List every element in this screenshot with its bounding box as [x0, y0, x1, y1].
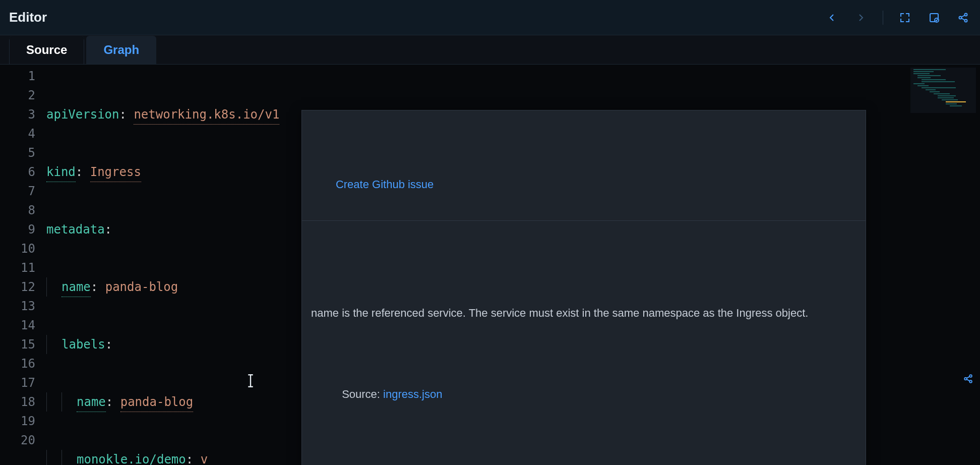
line-number: 9 [0, 220, 35, 239]
line-number: 3 [0, 105, 35, 124]
line-number: 20 [0, 431, 35, 450]
link-glyph-icon[interactable] [963, 373, 974, 387]
code-editor[interactable]: 1234567891011121314151617181920 apiVersi… [0, 65, 980, 465]
titlebar-separator [883, 11, 883, 25]
text-cursor-icon [246, 374, 255, 387]
line-number: 1 [0, 67, 35, 86]
line-number-gutter: 1234567891011121314151617181920 [0, 65, 46, 465]
create-github-issue-link[interactable]: Create Github issue [336, 178, 434, 191]
svg-line-13 [966, 376, 969, 378]
yaml-key: metadata [46, 220, 105, 239]
yaml-key: apiVersion [46, 105, 119, 124]
expand-icon[interactable] [897, 10, 912, 25]
yaml-key: kind [46, 162, 76, 182]
nav-back-icon[interactable] [824, 10, 839, 25]
editor-tabs: Source Graph [0, 35, 980, 65]
yaml-key: name [62, 277, 91, 297]
hover-diagnostic-popup: Create Github issue name is the referenc… [301, 110, 866, 465]
yaml-value: Ingress [90, 162, 141, 182]
yaml-value: v [201, 450, 208, 465]
editor-title: Editor [9, 10, 47, 25]
yaml-key: labels [62, 335, 105, 354]
yaml-value: panda-blog [105, 277, 178, 297]
svg-line-6 [961, 18, 965, 20]
code-area[interactable]: apiVersion: networking.k8s.io/v1 kind: I… [46, 65, 954, 465]
titlebar-actions [824, 10, 971, 25]
tab-graph[interactable]: Graph [86, 36, 156, 64]
hover-source-label: Source: [342, 388, 383, 400]
line-number: 2 [0, 86, 35, 105]
line-number: 17 [0, 373, 35, 392]
line-number: 16 [0, 354, 35, 373]
line-number: 18 [0, 392, 35, 412]
line-number: 5 [0, 143, 35, 162]
line-number: 6 [0, 162, 35, 182]
hover-description: name is the referenced service. The serv… [302, 259, 866, 465]
line-number: 13 [0, 297, 35, 316]
line-number: 4 [0, 124, 35, 143]
line-number: 11 [0, 258, 35, 277]
titlebar: Editor [0, 0, 980, 35]
hover-source-link[interactable]: ingress.json [383, 388, 442, 400]
line-number: 12 [0, 277, 35, 297]
nav-forward-icon[interactable] [853, 10, 869, 25]
yaml-key: monokle.io/demo [77, 450, 186, 466]
right-glyph-margin [954, 65, 980, 465]
svg-line-5 [961, 15, 965, 17]
save-icon[interactable] [927, 10, 942, 25]
hover-description-text: name is the referenced service. The serv… [311, 305, 856, 321]
yaml-key: name [77, 392, 106, 412]
svg-line-14 [966, 379, 969, 381]
line-number: 15 [0, 335, 35, 354]
tab-source[interactable]: Source [9, 36, 84, 64]
yaml-value: networking.k8s.io/v1 [134, 105, 279, 125]
yaml-value: panda-blog [120, 392, 194, 412]
line-number: 8 [0, 201, 35, 220]
share-icon[interactable] [956, 10, 971, 25]
line-number: 10 [0, 239, 35, 258]
line-number: 19 [0, 412, 35, 431]
line-number: 7 [0, 182, 35, 201]
line-number: 14 [0, 316, 35, 335]
